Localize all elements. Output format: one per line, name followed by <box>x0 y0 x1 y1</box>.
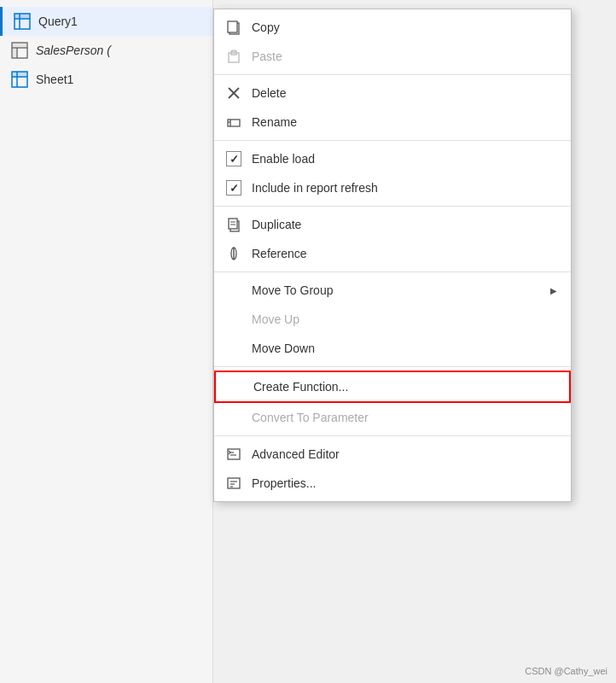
svg-rect-7 <box>12 43 17 58</box>
rename-label: Rename <box>252 115 557 129</box>
sidebar-item-label-sheet1: Sheet1 <box>36 73 73 86</box>
movetogroup-label: Move To Group <box>252 283 542 297</box>
menu-item-movetogroup[interactable]: Move To Group ▶ <box>214 276 571 305</box>
svg-rect-14 <box>228 21 237 32</box>
movetogroup-arrow: ▶ <box>550 286 557 295</box>
sidebar-item-label-query1: Query1 <box>38 15 78 28</box>
includereport-icon <box>224 178 243 197</box>
menu-item-properties[interactable]: Properties... <box>214 469 571 498</box>
svg-rect-8 <box>17 43 27 48</box>
sidebar-item-sheet1[interactable]: Sheet1 <box>0 65 212 94</box>
delete-label: Delete <box>252 86 557 100</box>
createfunction-label: Create Function... <box>253 380 555 394</box>
table-icon-query1 <box>13 12 32 31</box>
table-icon-salesperson <box>10 41 29 60</box>
separator-6 <box>214 435 571 436</box>
sidebar-item-label-salesperson: SalesPerson ( <box>36 44 111 57</box>
advancededitor-icon <box>224 445 243 464</box>
sidebar: Query1 SalesPerson ( Sheet1 <box>0 0 213 683</box>
copy-icon <box>224 18 243 37</box>
svg-rect-32 <box>228 478 240 488</box>
svg-rect-17 <box>232 50 235 53</box>
properties-icon <box>224 474 243 493</box>
paste-icon <box>224 47 243 66</box>
menu-item-enableload[interactable]: Enable load <box>214 144 571 173</box>
svg-rect-24 <box>229 219 237 229</box>
menu-item-delete[interactable]: Delete <box>214 79 571 108</box>
menu-item-advancededitor[interactable]: Advanced Editor <box>214 440 571 469</box>
movetogroup-icon <box>224 281 243 300</box>
svg-rect-29 <box>228 449 240 459</box>
enableload-label: Enable load <box>252 152 557 166</box>
watermark: CSDN @Cathy_wei <box>525 666 607 676</box>
menu-item-reference[interactable]: Reference <box>214 239 571 268</box>
enableload-icon <box>224 149 243 168</box>
converttoparameter-icon <box>224 408 243 427</box>
properties-label: Properties... <box>252 476 557 490</box>
converttoparameter-label: Convert To Parameter <box>252 411 557 424</box>
reference-label: Reference <box>252 247 557 260</box>
reference-icon <box>224 244 243 263</box>
moveup-icon <box>224 310 243 329</box>
separator-5 <box>214 366 571 367</box>
separator-2 <box>214 140 571 141</box>
menu-item-paste[interactable]: Paste <box>214 42 571 71</box>
duplicate-icon <box>224 215 243 234</box>
separator-3 <box>214 206 571 207</box>
includereport-checkbox <box>226 180 241 196</box>
separator-1 <box>214 74 571 75</box>
movedown-label: Move Down <box>252 342 557 355</box>
svg-rect-3 <box>15 14 30 19</box>
createfunction-icon <box>226 377 245 396</box>
context-menu: Copy Paste Delete <box>213 9 572 502</box>
svg-rect-20 <box>228 120 240 126</box>
includereport-label: Include in report refresh <box>252 181 557 195</box>
movedown-icon <box>224 339 243 358</box>
enableload-checkbox <box>226 151 241 166</box>
advancededitor-label: Advanced Editor <box>252 447 557 461</box>
menu-item-converttoparameter[interactable]: Convert To Parameter <box>214 403 571 432</box>
delete-icon <box>224 84 243 102</box>
sidebar-item-salesperson[interactable]: SalesPerson ( <box>0 36 212 65</box>
menu-item-movedown[interactable]: Move Down <box>214 334 571 363</box>
table-icon-sheet1 <box>10 70 29 89</box>
duplicate-label: Duplicate <box>252 218 557 231</box>
menu-item-createfunction[interactable]: Create Function... <box>214 371 571 403</box>
moveup-label: Move Up <box>252 312 557 326</box>
separator-4 <box>214 271 571 272</box>
menu-item-includereport[interactable]: Include in report refresh <box>214 173 571 202</box>
rename-icon <box>224 113 243 131</box>
menu-item-moveup[interactable]: Move Up <box>214 305 571 334</box>
svg-rect-12 <box>12 72 27 77</box>
sidebar-item-query1[interactable]: Query1 <box>0 7 212 36</box>
copy-label: Copy <box>252 20 557 34</box>
paste-label: Paste <box>252 50 557 63</box>
menu-item-rename[interactable]: Rename <box>214 108 571 137</box>
menu-item-copy[interactable]: Copy <box>214 13 571 42</box>
menu-item-duplicate[interactable]: Duplicate <box>214 210 571 239</box>
